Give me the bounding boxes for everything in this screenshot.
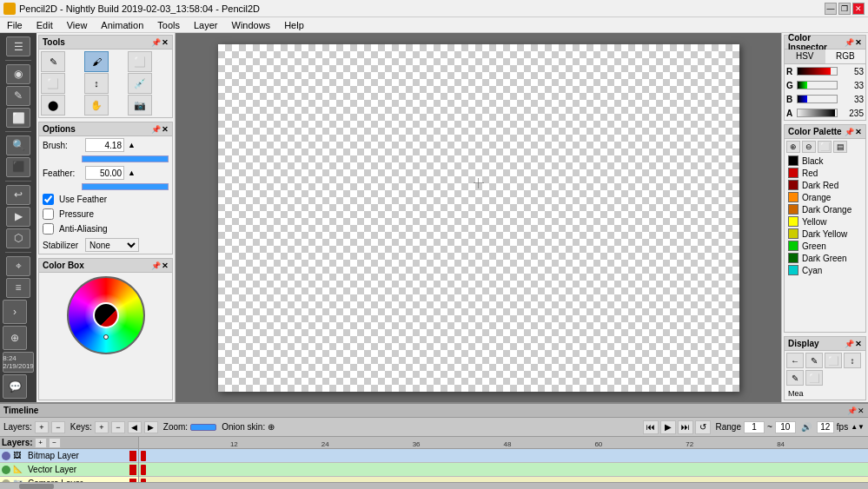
titlebar-controls[interactable]: — ❐ ✕: [825, 3, 865, 15]
left-toolbar-btn-2[interactable]: ◉: [6, 64, 30, 84]
palette-item[interactable]: Yellow: [785, 215, 865, 228]
onion-skin-icon[interactable]: ⊕: [268, 422, 275, 432]
timeline-scrollbar[interactable]: [0, 482, 868, 489]
play-btn[interactable]: ▶: [660, 420, 676, 434]
next-key-btn[interactable]: ▶: [144, 421, 158, 433]
timeline-zoom-slider[interactable]: [190, 424, 216, 431]
palette-item[interactable]: Cyan: [785, 264, 865, 276]
left-toolbar-btn-7[interactable]: ↩: [6, 185, 30, 205]
colorwheel-container[interactable]: [39, 273, 172, 358]
tools-panel-header-btns[interactable]: 📌 ✕: [151, 38, 169, 47]
palette-item[interactable]: Orange: [785, 191, 865, 203]
scrollbar-thumb[interactable]: [19, 484, 54, 489]
range-end-input[interactable]: [775, 421, 796, 433]
track-row-bitmap[interactable]: [139, 449, 868, 463]
loop-btn[interactable]: ↺: [695, 420, 711, 434]
menu-view[interactable]: View: [60, 18, 95, 32]
display-icon-2[interactable]: ✎: [805, 353, 823, 368]
tool-brush[interactable]: 🖌: [84, 51, 109, 72]
left-toolbar-btn-3[interactable]: ✎: [6, 86, 30, 106]
timeline-close[interactable]: ✕: [858, 406, 865, 415]
palette-btn-4[interactable]: ▤: [833, 141, 847, 153]
stabilizer-select[interactable]: None Simple Complex: [85, 238, 139, 252]
options-panel-pin[interactable]: 📌: [151, 125, 161, 134]
timeline-pin[interactable]: 📌: [847, 406, 857, 415]
left-toolbar-btn-5[interactable]: 🔍: [6, 135, 30, 155]
play-next-btn[interactable]: ⏭: [678, 420, 693, 434]
layer-row-bitmap[interactable]: 🖼 Bitmap Layer: [0, 449, 138, 463]
palette-item[interactable]: Dark Red: [785, 179, 865, 191]
tab-hsv[interactable]: HSV: [785, 50, 825, 63]
tool-camera[interactable]: 📷: [128, 95, 152, 116]
palette-item[interactable]: Red: [785, 167, 865, 179]
display-icon-4[interactable]: ↕: [844, 353, 861, 368]
brush-value-input[interactable]: [85, 138, 124, 152]
tools-panel-close[interactable]: ✕: [162, 38, 169, 47]
track-row-vector[interactable]: [139, 463, 868, 477]
left-toolbar-btn-4[interactable]: ⬜: [6, 108, 30, 128]
range-start-input[interactable]: [744, 421, 765, 433]
tool-eyedropper[interactable]: 💉: [128, 73, 152, 94]
tools-panel-pin[interactable]: 📌: [151, 38, 161, 47]
layer-row-vector[interactable]: 📐 Vector Layer: [0, 463, 138, 477]
palette-btn-1[interactable]: ⊕: [786, 141, 800, 153]
display-icon-3[interactable]: ⬜: [825, 353, 842, 368]
feather-value-input[interactable]: [85, 166, 124, 180]
color-inspector-close[interactable]: ✕: [855, 38, 862, 47]
left-toolbar-btn-10[interactable]: ⌖: [6, 256, 30, 276]
pressure-checkbox[interactable]: [43, 208, 54, 220]
menu-file[interactable]: File: [0, 18, 30, 32]
canvas-area[interactable]: [176, 33, 781, 402]
menu-windows[interactable]: Windows: [225, 18, 278, 32]
tool-eraser[interactable]: ⬜: [128, 51, 152, 72]
feather-spin-up[interactable]: ▲: [128, 169, 136, 177]
anti-aliasing-checkbox[interactable]: [43, 223, 54, 235]
add-layer-btn[interactable]: +: [35, 421, 49, 433]
display-panel-pin[interactable]: 📌: [845, 340, 854, 348]
palette-btn-2[interactable]: ⊖: [802, 141, 816, 153]
palette-item[interactable]: Dark Orange: [785, 203, 865, 215]
minimize-button[interactable]: —: [825, 3, 837, 15]
options-panel-close[interactable]: ✕: [162, 125, 169, 134]
volume-icon[interactable]: 🔊: [801, 422, 812, 432]
palette-item[interactable]: Dark Green: [785, 252, 865, 264]
display-icon-1[interactable]: ←: [786, 353, 804, 368]
feather-slider[interactable]: [82, 183, 169, 190]
close-button[interactable]: ✕: [852, 3, 865, 15]
fps-spin-up[interactable]: ▲▼: [851, 423, 865, 431]
use-feather-checkbox[interactable]: [43, 194, 54, 205]
palette-item[interactable]: Green: [785, 240, 865, 252]
left-toolbar-btn-9[interactable]: ⬡: [6, 228, 30, 248]
left-toolbar-btn-8[interactable]: ▶: [6, 207, 30, 227]
tool-smudge[interactable]: ✋: [84, 95, 109, 116]
menu-animation[interactable]: Animation: [94, 18, 150, 32]
colorbox-panel-header-btns[interactable]: 📌 ✕: [151, 261, 169, 270]
colorbox-panel-close[interactable]: ✕: [162, 261, 169, 270]
left-toolbar-btn-expand[interactable]: ›: [3, 300, 27, 324]
layers-add-btn[interactable]: +: [35, 438, 47, 448]
left-toolbar-btn-11[interactable]: ≡: [6, 278, 30, 298]
color-palette-close[interactable]: ✕: [855, 128, 862, 136]
palette-btn-3[interactable]: ⬜: [818, 141, 832, 153]
color-inspector-pin[interactable]: 📌: [845, 38, 854, 47]
display-icon-5[interactable]: ✎: [786, 370, 804, 386]
menu-edit[interactable]: Edit: [30, 18, 60, 32]
prev-key-btn[interactable]: ◀: [128, 421, 142, 433]
fps-input[interactable]: [817, 421, 834, 433]
tab-rgb[interactable]: RGB: [825, 50, 866, 63]
tool-select[interactable]: ⬜: [41, 73, 65, 94]
color-palette-pin[interactable]: 📌: [845, 128, 854, 136]
timeline-header-btns[interactable]: 📌 ✕: [847, 406, 865, 415]
left-toolbar-btn-1[interactable]: ☰: [6, 36, 30, 56]
brush-slider[interactable]: [82, 155, 169, 162]
brush-spin-up[interactable]: ▲: [128, 141, 136, 149]
timeline-tracks[interactable]: 12243648607284: [139, 437, 868, 482]
remove-key-btn[interactable]: −: [111, 421, 125, 433]
play-prev-btn[interactable]: ⏮: [643, 420, 659, 434]
maximize-button[interactable]: ❐: [838, 3, 851, 15]
left-toolbar-btn-wifi[interactable]: ⊕: [3, 326, 27, 350]
layers-remove-btn[interactable]: −: [49, 438, 61, 448]
add-key-btn[interactable]: +: [95, 421, 109, 433]
options-panel-header-btns[interactable]: 📌 ✕: [151, 125, 169, 134]
display-panel-close[interactable]: ✕: [855, 340, 862, 348]
